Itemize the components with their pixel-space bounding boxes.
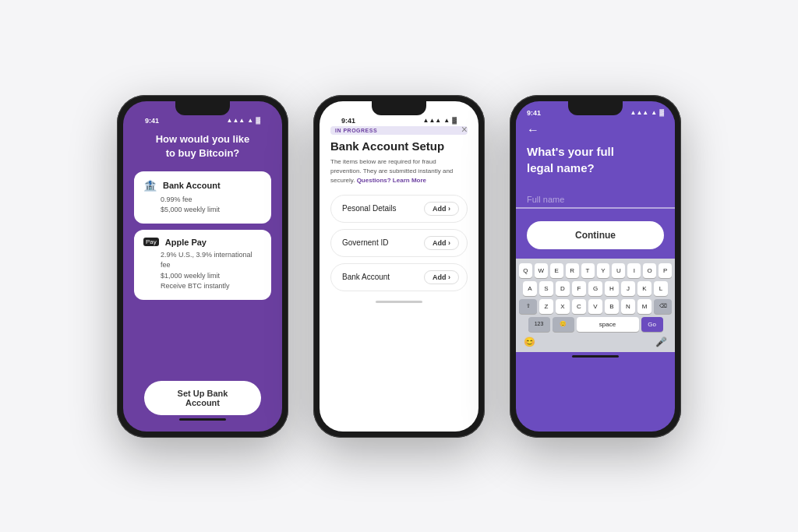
- key-f[interactable]: F: [572, 281, 586, 296]
- key-e[interactable]: E: [550, 263, 563, 278]
- wifi-icon-2: ▲: [443, 117, 450, 124]
- setup-bank-button[interactable]: Set Up Bank Account: [144, 381, 261, 415]
- key-row-1: Q W E R T Y U I O P: [519, 263, 672, 278]
- scene: 9:41 ▲▲▲ ▲ ▓ How would you like to buy B…: [86, 64, 712, 469]
- wifi-icon-3: ▲: [651, 109, 657, 116]
- personal-details-row: Pesonal Details Add ›: [330, 195, 468, 223]
- phone-2: 9:41 ▲▲▲ ▲ ▓ × IN PROGRESS Bank Account …: [313, 95, 485, 438]
- applepay-icon: Pay: [143, 238, 159, 246]
- status-icons-2: ▲▲▲ ▲ ▓: [422, 117, 457, 124]
- personal-details-label: Pesonal Details: [342, 204, 396, 213]
- time-2: 9:41: [341, 117, 355, 125]
- battery-icon-2: ▓: [452, 117, 457, 124]
- key-123[interactable]: 123: [528, 317, 550, 332]
- status-icons-3: ▲▲▲ ▲ ▓: [630, 109, 664, 116]
- full-name-input[interactable]: [516, 192, 675, 209]
- key-b[interactable]: B: [605, 299, 619, 314]
- notch-2: [372, 101, 426, 115]
- home-indicator-2: [376, 301, 422, 303]
- key-emoji[interactable]: 😊: [553, 317, 574, 332]
- signal-icon-3: ▲▲▲: [630, 109, 648, 116]
- key-l[interactable]: L: [654, 281, 668, 296]
- key-backspace[interactable]: ⌫: [654, 299, 672, 314]
- key-m[interactable]: M: [637, 299, 651, 314]
- home-indicator-3: [572, 355, 619, 358]
- personal-details-add-button[interactable]: Add ›: [424, 202, 459, 216]
- modal-desc: The items below are required for fraud p…: [330, 157, 468, 185]
- government-id-label: Governent ID: [342, 238, 388, 247]
- close-button[interactable]: ×: [461, 123, 468, 136]
- home-indicator-1: [179, 418, 226, 421]
- key-row-3: ⇧ Z X C V B N M ⌫: [519, 299, 672, 314]
- key-x[interactable]: X: [556, 299, 570, 314]
- notch-1: [175, 101, 230, 115]
- bank-icon: 🏦: [143, 179, 157, 192]
- government-id-add-button[interactable]: Add ›: [424, 236, 459, 250]
- screen-content-1: How would you like to buy Bitcoin? 🏦 Ban…: [134, 126, 271, 415]
- status-icons-1: ▲▲▲ ▲ ▓: [226, 117, 260, 124]
- keyboard: Q W E R T Y U I O P A S: [516, 259, 675, 352]
- key-n[interactable]: N: [621, 299, 635, 314]
- top-section-3: ← What's your full legal name?: [516, 118, 675, 188]
- page-title-1: How would you like to buy Bitcoin?: [156, 132, 250, 160]
- bank-desc: 0.99% fee $5,000 weekly limit: [143, 195, 262, 216]
- key-y[interactable]: Y: [597, 263, 610, 278]
- key-a[interactable]: A: [523, 281, 537, 296]
- key-p[interactable]: P: [659, 263, 672, 278]
- legal-name-title: What's your full legal name?: [527, 143, 664, 176]
- time-1: 9:41: [145, 117, 159, 125]
- key-v[interactable]: V: [588, 299, 602, 314]
- keyboard-extras-row: 😊 🎤: [519, 335, 672, 349]
- bank-account-row: Bank Account Add ›: [330, 263, 468, 291]
- modal-title: Bank Account Setup: [330, 139, 468, 153]
- bank-account-label: Bank Account: [342, 273, 390, 281]
- notch-3: [568, 101, 623, 115]
- wifi-icon-1: ▲: [247, 117, 253, 124]
- key-z[interactable]: Z: [539, 299, 553, 314]
- key-j[interactable]: J: [621, 281, 635, 296]
- battery-icon-3: ▓: [659, 109, 664, 116]
- government-id-row: Governent ID Add ›: [330, 229, 468, 257]
- bank-account-add-button[interactable]: Add ›: [424, 270, 459, 284]
- applepay-desc: 2.9% U.S., 3.9% international fee $1,000…: [143, 250, 262, 292]
- key-u[interactable]: U: [612, 263, 625, 278]
- key-s[interactable]: S: [539, 281, 553, 296]
- key-t[interactable]: T: [581, 263, 595, 278]
- signal-icon-1: ▲▲▲: [226, 117, 245, 124]
- apple-pay-option[interactable]: Pay Apple Pay 2.9% U.S., 3.9% internatio…: [134, 230, 271, 300]
- key-row-4: 123 😊 space Go: [519, 317, 672, 332]
- bank-label: Bank Account: [163, 181, 221, 190]
- in-progress-badge: IN PROGRESS: [330, 126, 468, 135]
- bank-account-option[interactable]: 🏦 Bank Account 0.99% fee $5,000 weekly l…: [134, 171, 271, 224]
- microphone-icon[interactable]: 🎤: [655, 336, 667, 347]
- emoji-icon[interactable]: 😊: [524, 336, 535, 347]
- key-g[interactable]: G: [588, 281, 602, 296]
- key-c[interactable]: C: [572, 299, 586, 314]
- back-button[interactable]: ←: [527, 123, 539, 137]
- key-k[interactable]: K: [637, 281, 651, 296]
- phone-1: 9:41 ▲▲▲ ▲ ▓ How would you like to buy B…: [117, 95, 288, 438]
- applepay-label: Apple Pay: [165, 238, 207, 247]
- signal-icon-2: ▲▲▲: [422, 117, 441, 124]
- time-3: 9:41: [527, 109, 541, 117]
- key-o[interactable]: O: [643, 263, 656, 278]
- key-w[interactable]: W: [535, 263, 548, 278]
- key-space[interactable]: space: [577, 317, 639, 332]
- key-h[interactable]: H: [605, 281, 619, 296]
- continue-button[interactable]: Continue: [527, 221, 664, 249]
- key-i[interactable]: I: [627, 263, 641, 278]
- key-go[interactable]: Go: [641, 317, 663, 332]
- key-q[interactable]: Q: [519, 263, 532, 278]
- key-row-2: A S D F G H J K L: [519, 281, 672, 296]
- modal-desc-link[interactable]: Questions? Learn More: [357, 177, 426, 184]
- key-r[interactable]: R: [566, 263, 579, 278]
- key-d[interactable]: D: [556, 281, 570, 296]
- key-shift[interactable]: ⇧: [519, 299, 537, 314]
- battery-icon-1: ▓: [256, 117, 260, 124]
- phone-3: 9:41 ▲▲▲ ▲ ▓ ← What's your full legal na…: [510, 95, 681, 438]
